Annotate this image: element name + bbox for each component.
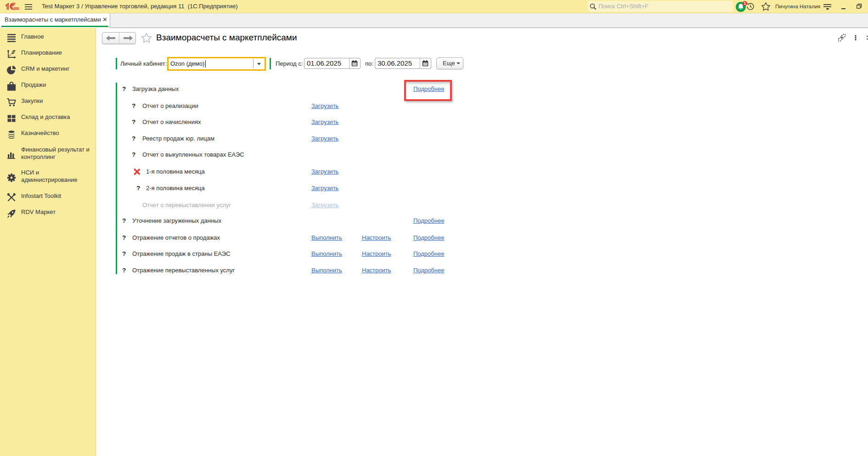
svg-text:1: 1 — [744, 1, 746, 6]
